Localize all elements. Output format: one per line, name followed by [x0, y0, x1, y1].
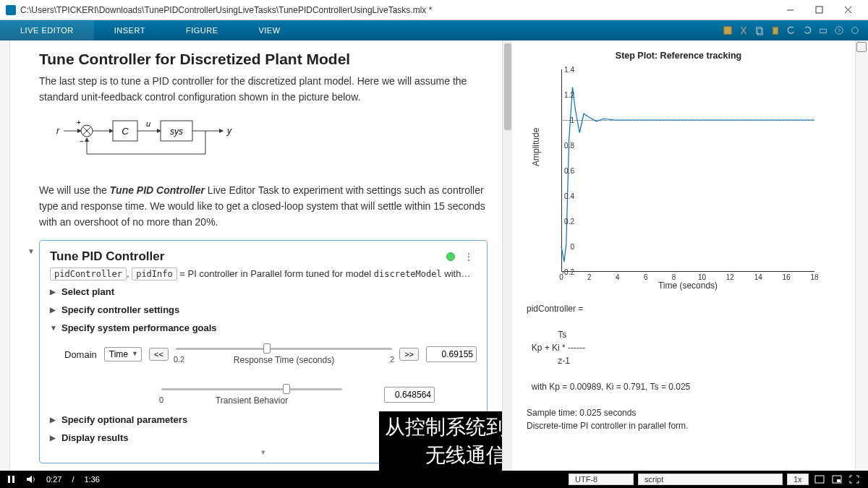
layout-icon[interactable] [813, 473, 826, 486]
svg-text:C: C [122, 126, 129, 137]
svg-text:u: u [146, 119, 150, 128]
maximize-button[interactable] [804, 1, 833, 20]
tab-view[interactable]: VIEW [238, 20, 300, 40]
output-pane: Step Plot: Reference tracking Amplitude … [512, 40, 855, 471]
response-time-next-button[interactable]: >> [399, 348, 419, 361]
section-heading: Tune Controller for Discretized Plant Mo… [39, 51, 488, 68]
playback-time-total: 1:36 [84, 475, 99, 484]
mode-field[interactable]: script [638, 474, 783, 485]
svg-rect-35 [837, 479, 841, 482]
svg-marker-32 [27, 476, 32, 483]
section-controller-settings[interactable]: ▶Specify controller settings [50, 304, 477, 315]
paragraph: We will use the Tune PID Controller Live… [39, 183, 488, 230]
svg-rect-33 [815, 476, 824, 483]
output-panel-toggle[interactable] [856, 42, 867, 52]
svg-rect-30 [8, 476, 10, 483]
response-time-slider[interactable]: 0.2 2 Response Time (seconds) [176, 342, 392, 367]
window-title: C:\Users\TPICKERI\Downloads\TunePIDContr… [20, 5, 432, 15]
chart-xlabel: Time (seconds) [561, 281, 814, 291]
minimize-button[interactable] [775, 1, 804, 20]
ribbon-toolstrip: LIVE EDITOR INSERT FIGURE VIEW ? [0, 20, 868, 40]
save-icon[interactable] [720, 23, 735, 38]
diagram-label-r: r [56, 126, 60, 136]
zoom-field[interactable]: 1x [787, 474, 809, 485]
feedback-diagram: r +− C u sys y [56, 115, 488, 168]
tab-figure[interactable]: FIGURE [166, 20, 239, 40]
tab-live-editor[interactable]: LIVE EDITOR [0, 20, 94, 40]
svg-text:−: − [80, 137, 84, 145]
chart-title: Step Plot: Reference tracking [527, 51, 830, 61]
svg-text:y: y [226, 126, 232, 136]
tab-insert[interactable]: INSERT [94, 20, 166, 40]
step-response-chart: Step Plot: Reference tracking Amplitude … [527, 51, 830, 289]
transient-behavior-value[interactable] [384, 387, 435, 403]
redo-icon[interactable] [800, 23, 814, 38]
svg-text:+: + [77, 119, 81, 127]
section-performance-goals[interactable]: ▼Specify system performance goals [50, 322, 477, 333]
pip-icon[interactable] [830, 473, 843, 486]
cut-icon[interactable] [736, 23, 751, 38]
response-time-prev-button[interactable]: << [149, 348, 169, 361]
svg-rect-8 [820, 29, 827, 33]
response-curve [561, 69, 814, 272]
chart-ylabel: Amplitude [531, 128, 541, 166]
task-output-line: pidController, pidInfo = PI controller i… [50, 268, 477, 279]
playback-statusbar: 0:27 / 1:36 UTF-8 script 1x [0, 471, 868, 488]
right-rail [855, 40, 868, 471]
task-menu-button[interactable]: ⋮ [461, 251, 477, 262]
document-scrollbar[interactable] [502, 40, 512, 471]
paragraph: The last step is to tune a PID controlle… [39, 74, 488, 105]
svg-text:?: ? [838, 28, 841, 33]
document-pane: Tune Controller for Discretized Plant Mo… [10, 40, 512, 471]
gear-icon[interactable] [848, 23, 862, 38]
left-gutter [0, 40, 10, 471]
domain-label: Domain [64, 349, 97, 360]
svg-point-11 [852, 27, 859, 34]
performance-goals-panel: Domain Time << 0.2 2 Response Time (seco… [50, 333, 477, 407]
svg-text:sys: sys [170, 127, 183, 137]
svg-rect-7 [773, 27, 778, 35]
print-icon[interactable] [816, 23, 830, 38]
pause-button[interactable] [7, 475, 16, 484]
close-button[interactable] [833, 1, 862, 20]
volume-button[interactable] [26, 475, 36, 484]
encoding-field[interactable]: UTF-8 [569, 474, 634, 485]
task-collapse-toggle[interactable]: ▼ [27, 247, 35, 255]
section-select-plant[interactable]: ▶Select plant [50, 286, 477, 297]
fullscreen-icon[interactable] [848, 473, 861, 486]
help-icon[interactable]: ? [832, 23, 846, 38]
task-status-indicator [446, 252, 455, 261]
playback-time-current: 0:27 [46, 475, 61, 484]
output-var[interactable]: pidController [50, 267, 127, 281]
domain-select[interactable]: Time [104, 347, 142, 361]
undo-icon[interactable] [784, 23, 799, 38]
copy-icon[interactable] [752, 23, 767, 38]
svg-rect-1 [816, 7, 822, 13]
svg-rect-31 [12, 476, 14, 483]
window-titlebar: C:\Users\TPICKERI\Downloads\TunePIDContr… [0, 0, 868, 20]
transient-behavior-slider[interactable]: 0 Transient Behavior [161, 382, 342, 407]
editor-main: Tune Controller for Discretized Plant Mo… [0, 40, 868, 471]
response-time-value[interactable] [426, 346, 477, 362]
app-icon [6, 5, 16, 15]
output-var[interactable]: pidInfo [132, 267, 177, 281]
video-subtitle-overlay: 从控制系统到 无线通信 [379, 411, 502, 471]
command-output: pidController = Ts Kp + Ki * ------ z-1 … [527, 302, 841, 432]
task-title: Tune PID Controller [50, 249, 441, 264]
paste-icon[interactable] [768, 23, 783, 38]
quick-access-toolbar: ? [720, 20, 868, 40]
svg-rect-4 [724, 27, 732, 35]
